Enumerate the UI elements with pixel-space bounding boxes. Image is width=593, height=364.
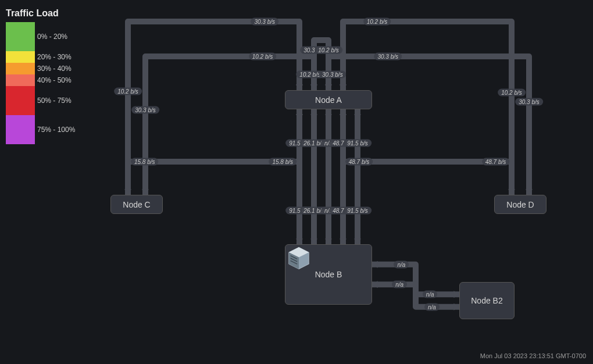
legend-swatch [6,86,35,115]
legend-band: 20% - 30% [6,51,75,63]
link-path[interactable] [128,22,299,195]
legend-swatch [6,51,35,63]
legend-label: 30% - 40% [37,65,72,73]
traffic-load-legend: Traffic Load 0% - 20%20% - 30%30% - 40%4… [6,8,75,144]
legend-band: 40% - 50% [6,74,75,86]
node-d[interactable]: Node D [494,195,546,214]
legend-title: Traffic Load [6,8,75,19]
legend-label: 40% - 50% [37,76,72,84]
timestamp: Mon Jul 03 2023 23:13:51 GMT-0700 [480,352,586,359]
legend-band: 75% - 100% [6,115,75,144]
legend-swatch [6,63,35,74]
legend-swatch [6,74,35,86]
legend-band: 0% - 20% [6,22,75,51]
legend-label: 50% - 75% [37,97,72,105]
legend-swatch [6,22,35,51]
node-b2[interactable]: Node B2 [459,282,515,319]
node-b[interactable]: Node B [285,244,372,305]
node-a[interactable]: Node A [285,90,372,109]
legend-label: 20% - 30% [37,53,72,61]
node-c[interactable]: Node C [110,195,163,214]
legend-label: 0% - 20% [37,33,67,41]
link-path[interactable] [145,56,314,195]
link-path[interactable] [314,40,328,90]
legend-band: 30% - 40% [6,63,75,74]
link-path[interactable] [299,74,343,90]
weathermap: Traffic Load 0% - 20%20% - 30%30% - 40%4… [0,0,593,364]
legend-swatch [6,115,35,144]
server-icon [285,245,312,272]
legend-band: 50% - 75% [6,86,75,115]
legend-label: 75% - 100% [37,126,75,134]
link-path[interactable] [343,109,512,214]
